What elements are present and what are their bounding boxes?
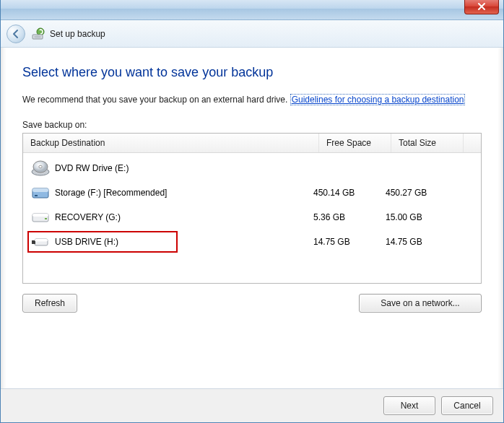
- drive-table-body: DVD RW Drive (E:)Storage (F:) [Recommend…: [23, 153, 481, 283]
- next-button[interactable]: Next: [383, 396, 435, 415]
- drive-free-space: 14.75 GB: [313, 237, 386, 247]
- drive-name: USB DRIVE (H:): [52, 237, 313, 247]
- col-spacer: [464, 134, 481, 152]
- drive-free-space: 450.14 GB: [313, 188, 386, 198]
- recommend-lead: We recommend that you save your backup o…: [22, 95, 290, 105]
- drive-icon: [29, 183, 52, 202]
- close-button[interactable]: [464, 0, 499, 14]
- back-arrow-icon: [11, 29, 21, 39]
- backup-icon: [31, 27, 45, 41]
- recommend-text: We recommend that you save your backup o…: [22, 93, 482, 107]
- cancel-button[interactable]: Cancel: [441, 396, 493, 415]
- svg-rect-14: [32, 240, 35, 244]
- close-icon: [477, 2, 486, 11]
- title-bar: [1, 0, 503, 20]
- drive-table: Backup Destination Free Space Total Size…: [22, 133, 482, 284]
- refresh-button[interactable]: Refresh: [22, 294, 77, 313]
- mid-button-row: Refresh Save on a network...: [22, 294, 482, 313]
- col-destination[interactable]: Backup Destination: [23, 134, 319, 152]
- back-button[interactable]: [6, 25, 25, 43]
- save-on-label: Save backup on:: [22, 120, 482, 130]
- drive-total-size: 14.75 GB: [386, 237, 458, 247]
- window-title: Set up backup: [50, 29, 105, 39]
- guidelines-link[interactable]: Guidelines for choosing a backup destina…: [290, 94, 466, 105]
- drive-icon: [29, 208, 52, 227]
- wizard-window: Set up backup Select where you want to s…: [0, 0, 504, 423]
- drive-icon: [29, 159, 52, 178]
- drive-icon: [29, 232, 52, 251]
- drive-name: Storage (F:) [Recommended]: [52, 188, 313, 198]
- col-total-size[interactable]: Total Size: [391, 134, 464, 152]
- drive-total-size: 450.27 GB: [386, 188, 458, 198]
- drive-row[interactable]: RECOVERY (G:)5.36 GB15.00 GB: [23, 205, 481, 230]
- header-strip: Set up backup: [1, 20, 503, 48]
- drive-name: DVD RW Drive (E:): [52, 163, 313, 173]
- svg-rect-15: [35, 239, 48, 242]
- save-on-network-button[interactable]: Save on a network...: [359, 294, 482, 313]
- content-area: Select where you want to save your backu…: [1, 48, 503, 388]
- svg-rect-11: [32, 214, 48, 217]
- svg-rect-8: [32, 188, 48, 192]
- svg-point-3: [34, 35, 41, 38]
- svg-rect-12: [45, 218, 47, 219]
- drive-free-space: 5.36 GB: [313, 212, 386, 222]
- svg-point-6: [39, 165, 42, 168]
- page-heading: Select where you want to save your backu…: [22, 65, 482, 80]
- drive-row[interactable]: DVD RW Drive (E:): [23, 156, 481, 180]
- drive-row[interactable]: Storage (F:) [Recommended]450.14 GB450.2…: [23, 180, 481, 205]
- drive-table-header: Backup Destination Free Space Total Size: [23, 134, 481, 153]
- footer-bar: Next Cancel: [1, 388, 503, 422]
- drive-name: RECOVERY (G:): [52, 212, 313, 222]
- col-free-space[interactable]: Free Space: [319, 134, 391, 152]
- drive-row[interactable]: USB DRIVE (H:)14.75 GB14.75 GB: [23, 230, 481, 254]
- svg-rect-9: [35, 195, 38, 196]
- drive-total-size: 15.00 GB: [386, 212, 458, 222]
